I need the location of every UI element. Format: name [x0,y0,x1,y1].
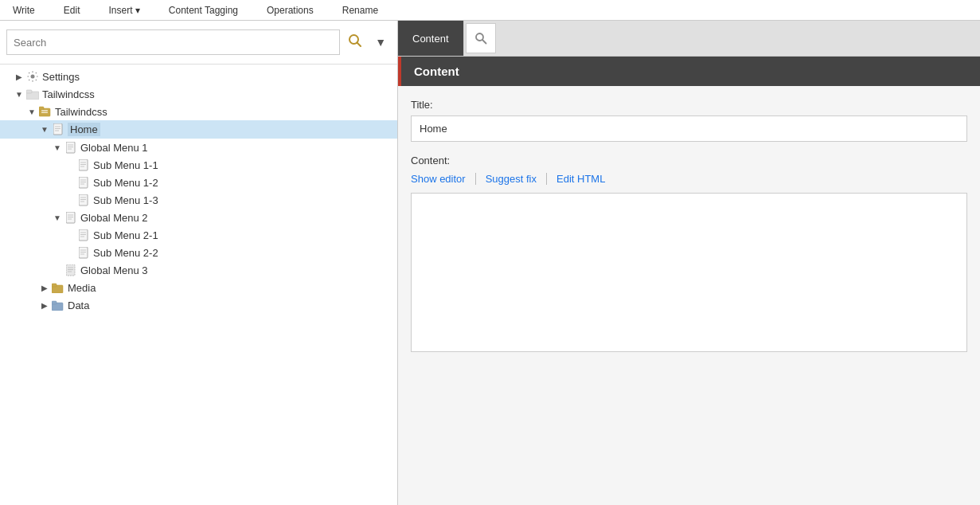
title-field-label: Title: [411,99,967,111]
svg-rect-25 [79,194,88,206]
svg-point-2 [31,75,35,79]
menu-write[interactable]: Write [6,0,41,20]
menu-insert[interactable]: Insert ▾ [102,0,146,20]
settings-icon [25,70,40,83]
tree-label-sub-menu-1-2: Sub Menu 1-2 [93,177,158,189]
svg-rect-29 [66,212,75,223]
tree-item-data[interactable]: ▶ Data [0,296,397,314]
toggle-settings: ▶ [13,72,25,81]
search-bar: ▼ [0,21,397,65]
tree-item-tailwindcss-root[interactable]: ▼ Tailwindcss [0,85,397,103]
svg-rect-48 [52,301,57,304]
tree-label-media: Media [68,282,96,294]
toggle-tailwindcss-root: ▼ [13,90,25,99]
tree-label-global-menu-1: Global Menu 1 [80,142,148,154]
tree-label-home: Home [68,123,100,136]
document-icon-sub-2-2 [76,246,91,259]
search-input[interactable] [6,29,340,55]
tree-item-global-menu-2[interactable]: ▼ Global Menu 2 [0,209,397,226]
tree-label-global-menu-3: Global Menu 3 [80,264,148,276]
right-panel: Content Content Title: Content: Sh [398,21,980,505]
svg-rect-46 [52,284,57,287]
form-area: Title: Content: Show editor Suggest fix … [398,86,980,505]
svg-rect-9 [53,123,62,135]
content-header-label: Content [414,65,459,78]
tabs-bar: Content [398,21,980,57]
svg-line-1 [357,43,361,47]
document-icon-global-menu-1 [64,141,78,154]
document-icon-home [51,123,65,136]
tree-label-data: Data [68,299,89,311]
content-editor-area[interactable] [411,193,967,352]
tree-item-global-menu-3[interactable]: Global Menu 3 [0,261,397,279]
tree-item-sub-menu-1-3[interactable]: Sub Menu 1-3 [0,191,397,209]
show-editor-link[interactable]: Show editor [411,173,476,185]
tree-label-sub-menu-2-1: Sub Menu 2-1 [93,229,158,241]
tree-label-tailwindcss-root: Tailwindcss [42,88,95,100]
tree-area: ▶ Settings ▼ Tailwindc [0,65,397,505]
svg-rect-4 [26,90,32,93]
menu-edit[interactable]: Edit [57,0,87,20]
toggle-media: ▶ [38,284,51,292]
toggle-global-menu-1: ▼ [51,143,64,152]
left-panel: ▼ ▶ Settings ▼ [0,21,398,505]
document-icon-sub-2-1 [76,229,91,241]
tree-item-sub-menu-2-2[interactable]: Sub Menu 2-2 [0,244,397,261]
tree-label-sub-menu-1-3: Sub Menu 1-3 [93,194,158,206]
content-links-bar: Show editor Suggest fix Edit HTML [411,173,967,185]
title-input[interactable] [411,115,967,142]
document-draft-icon-global-menu-3 [64,264,78,276]
tree-label-global-menu-2: Global Menu 2 [80,212,148,224]
svg-rect-7 [41,110,48,112]
tree-label-settings: Settings [42,71,80,83]
svg-rect-37 [79,247,88,258]
tab-content-label: Content [412,33,449,45]
tree-label-sub-menu-1-1: Sub Menu 1-1 [93,159,158,171]
document-icon-sub-1-1 [76,159,91,171]
folder-icon-tailwindcss-root [25,88,40,100]
content-panel: Content Title: Content: Show editor Sugg… [398,57,980,505]
document-icon-sub-1-3 [76,194,91,206]
document-icon-sub-1-2 [76,176,91,189]
tree-item-sub-menu-2-1[interactable]: Sub Menu 2-1 [0,226,397,244]
suggest-fix-link[interactable]: Suggest fix [476,173,547,185]
tree-item-home[interactable]: ▼ Home [0,120,397,139]
toggle-global-menu-2: ▼ [51,213,64,222]
content-field-label: Content: [411,155,967,166]
svg-rect-41 [66,264,75,276]
edit-html-link[interactable]: Edit HTML [547,173,615,185]
search-button[interactable] [343,30,367,54]
tab-content[interactable]: Content [398,21,464,56]
svg-rect-6 [39,107,44,110]
top-menu-bar: Write Edit Insert ▾ Content Tagging Oper… [0,0,980,21]
document-icon-global-menu-2 [64,211,78,224]
svg-rect-17 [79,159,88,170]
tree-item-tailwindcss-sub[interactable]: ▼ Tailwindcss [0,103,397,120]
menu-content-tagging[interactable]: Content Tagging [162,0,244,20]
tree-item-sub-menu-1-1[interactable]: Sub Menu 1-1 [0,156,397,174]
svg-line-50 [482,40,486,44]
content-section-header: Content [398,57,980,86]
search-dropdown-button[interactable]: ▼ [370,33,391,52]
media-folder-icon [51,281,65,294]
menu-rename[interactable]: Rename [336,0,385,20]
toggle-data: ▶ [38,301,51,310]
tree-item-global-menu-1[interactable]: ▼ Global Menu 1 [0,139,397,156]
main-area: ▼ ▶ Settings ▼ [0,21,980,505]
tree-item-sub-menu-1-2[interactable]: Sub Menu 1-2 [0,174,397,191]
data-folder-icon [51,299,65,311]
tab-search-button[interactable] [466,23,496,53]
svg-rect-21 [79,177,88,188]
folder-page-icon [38,105,53,118]
toggle-tailwindcss-sub: ▼ [25,108,38,116]
svg-rect-13 [66,142,75,153]
svg-rect-33 [79,229,88,241]
menu-operations[interactable]: Operations [260,0,320,20]
svg-rect-8 [41,112,48,114]
toggle-home: ▼ [38,125,51,134]
tree-item-settings[interactable]: ▶ Settings [0,68,397,85]
tree-item-media[interactable]: ▶ Media [0,279,397,296]
tree-label-tailwindcss-sub: Tailwindcss [55,106,107,118]
tree-label-sub-menu-2-2: Sub Menu 2-2 [93,247,158,259]
